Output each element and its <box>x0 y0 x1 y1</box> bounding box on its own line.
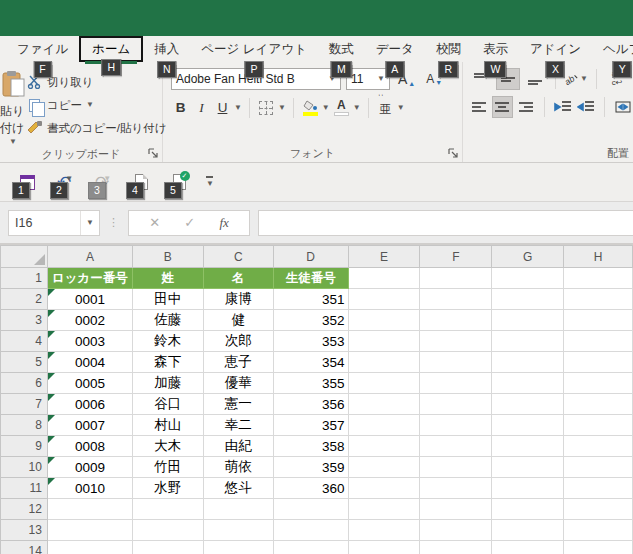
tab-H[interactable]: ホームH <box>79 36 143 62</box>
cell-E12[interactable] <box>348 499 420 520</box>
cell-H13[interactable] <box>564 520 633 541</box>
underline-button[interactable]: U <box>213 97 232 118</box>
orientation-button[interactable]: ab ▼ <box>564 68 588 90</box>
cell-H8[interactable] <box>564 415 633 436</box>
phonetic-dropdown-chevron[interactable]: ▼ <box>397 104 405 112</box>
cell-H1[interactable] <box>564 268 633 289</box>
cell-F2[interactable] <box>420 289 492 310</box>
cell-F9[interactable] <box>420 436 492 457</box>
cell-H6[interactable] <box>564 373 633 394</box>
cell-B2[interactable]: 田中 <box>132 289 203 310</box>
borders-button[interactable] <box>257 97 276 118</box>
cell-F3[interactable] <box>420 310 492 331</box>
row-header-1[interactable]: 1 <box>1 268 48 289</box>
cell-B8[interactable]: 村山 <box>132 415 203 436</box>
cell-G11[interactable] <box>492 478 564 499</box>
name-box-chevron-icon[interactable]: ▼ <box>80 211 99 235</box>
row-header-14[interactable]: 14 <box>1 541 48 554</box>
row-header-13[interactable]: 13 <box>1 520 48 541</box>
cell-A10[interactable]: 0009 <box>47 457 132 478</box>
cell-A9[interactable]: 0008 <box>47 436 132 457</box>
cell-H12[interactable] <box>564 499 633 520</box>
row-header-4[interactable]: 4 <box>1 331 48 352</box>
copy-dropdown-chevron[interactable]: ▼ <box>86 101 94 109</box>
qat-button-5[interactable]: ✓ 5 <box>168 171 190 193</box>
bold-button[interactable]: B <box>171 97 190 118</box>
copy-button[interactable]: コピー ▼ <box>26 95 167 115</box>
cell-D9[interactable]: 358 <box>273 436 348 457</box>
cell-G14[interactable] <box>492 541 564 554</box>
row-header-10[interactable]: 10 <box>1 457 48 478</box>
cell-D12[interactable] <box>273 499 348 520</box>
tab-Y[interactable]: ヘルプY <box>592 36 633 62</box>
row-header-3[interactable]: 3 <box>1 310 48 331</box>
tab-X[interactable]: アドインX <box>519 36 592 62</box>
cell-C1[interactable]: 名 <box>203 268 273 289</box>
align-bottom-button[interactable] <box>523 68 547 90</box>
tab-F[interactable]: ファイルF <box>6 36 79 62</box>
cell-A11[interactable]: 0010 <box>47 478 132 499</box>
font-size-combobox[interactable]: 11 ▼ <box>346 68 390 90</box>
cell-G1[interactable] <box>492 268 564 289</box>
tab-P[interactable]: ページ レイアウトP <box>190 36 318 62</box>
tab-W[interactable]: 表示W <box>472 36 519 62</box>
cell-H7[interactable] <box>564 394 633 415</box>
cell-B3[interactable]: 佐藤 <box>132 310 203 331</box>
cell-E13[interactable] <box>348 520 420 541</box>
font-color-dropdown-chevron[interactable]: ▼ <box>353 104 361 112</box>
cell-H5[interactable] <box>564 352 633 373</box>
cell-E8[interactable] <box>348 415 420 436</box>
row-header-9[interactable]: 9 <box>1 436 48 457</box>
worksheet-grid[interactable]: ABCDEFGH1ロッカー番号姓名生徒番号20001田中康博35130002佐藤… <box>0 245 633 554</box>
clipboard-dialog-launcher-icon[interactable] <box>147 147 159 159</box>
cell-A1[interactable]: ロッカー番号 <box>47 268 132 289</box>
row-header-8[interactable]: 8 <box>1 415 48 436</box>
cell-G4[interactable] <box>492 331 564 352</box>
cell-C13[interactable] <box>203 520 273 541</box>
phonetic-guide-button[interactable]: 亜 <box>376 97 395 118</box>
qat-button-1[interactable]: 1 <box>16 171 38 193</box>
cell-A3[interactable]: 0002 <box>47 310 132 331</box>
cell-G6[interactable] <box>492 373 564 394</box>
column-header-C[interactable]: C <box>203 246 273 268</box>
tab-A[interactable]: データA <box>365 36 425 62</box>
cell-A6[interactable]: 0005 <box>47 373 132 394</box>
cell-A12[interactable] <box>47 499 132 520</box>
cell-H11[interactable] <box>564 478 633 499</box>
tab-R[interactable]: 校閲R <box>425 36 472 62</box>
column-header-B[interactable]: B <box>132 246 203 268</box>
cell-B12[interactable] <box>132 499 203 520</box>
column-header-F[interactable]: F <box>420 246 492 268</box>
cell-F8[interactable] <box>420 415 492 436</box>
cell-B5[interactable]: 森下 <box>132 352 203 373</box>
cell-C8[interactable]: 幸二 <box>203 415 273 436</box>
cell-H2[interactable] <box>564 289 633 310</box>
cell-G13[interactable] <box>492 520 564 541</box>
cell-E11[interactable] <box>348 478 420 499</box>
cell-G2[interactable] <box>492 289 564 310</box>
cell-C14[interactable] <box>203 541 273 554</box>
undo-button[interactable]: ↶ ▼ 2 <box>54 171 76 193</box>
cell-G5[interactable] <box>492 352 564 373</box>
cell-D2[interactable]: 351 <box>273 289 348 310</box>
cell-D8[interactable]: 357 <box>273 415 348 436</box>
cell-G3[interactable] <box>492 310 564 331</box>
cell-A8[interactable]: 0007 <box>47 415 132 436</box>
column-header-D[interactable]: D <box>273 246 348 268</box>
formula-bar-resize-dots[interactable]: ⋮ <box>108 216 120 229</box>
paste-dropdown-chevron[interactable]: ▼ <box>9 138 17 146</box>
cell-B13[interactable] <box>132 520 203 541</box>
row-header-12[interactable]: 12 <box>1 499 48 520</box>
cell-B4[interactable]: 鈴木 <box>132 331 203 352</box>
cell-D6[interactable]: 355 <box>273 373 348 394</box>
cell-A2[interactable]: 0001 <box>47 289 132 310</box>
cell-B6[interactable]: 加藤 <box>132 373 203 394</box>
enter-icon[interactable]: ✓ <box>184 215 195 230</box>
cell-C9[interactable]: 由紀 <box>203 436 273 457</box>
select-all-corner[interactable] <box>1 246 48 268</box>
name-box[interactable]: I16 ▼ <box>8 210 100 236</box>
column-header-H[interactable]: H <box>564 246 633 268</box>
cell-D13[interactable] <box>273 520 348 541</box>
cell-C7[interactable]: 憲一 <box>203 394 273 415</box>
cell-F13[interactable] <box>420 520 492 541</box>
